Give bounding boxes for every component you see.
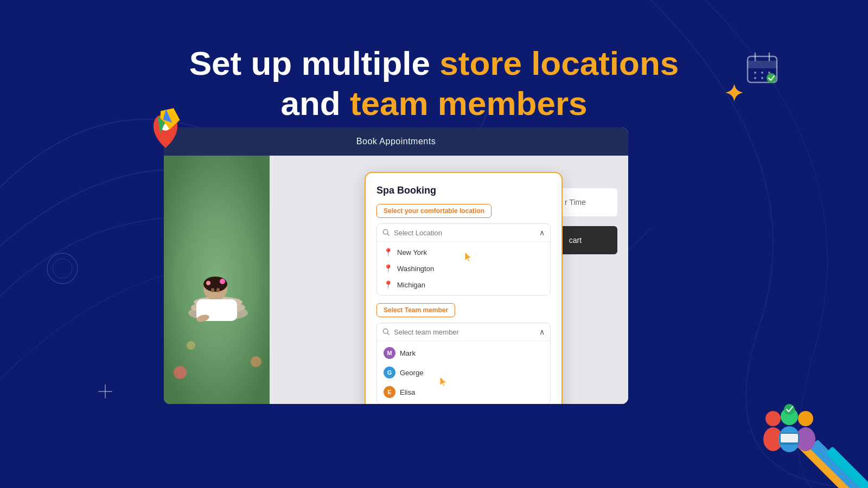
star-decoration: ✦ bbox=[724, 80, 743, 107]
svg-point-14 bbox=[754, 77, 756, 79]
spa-image-background bbox=[164, 156, 270, 404]
booking-modal: Spa Booking Select your comfortable loca… bbox=[365, 172, 563, 404]
team-dropdown: ∧ M Mark G George E Elisa bbox=[376, 323, 551, 404]
location-item-washington[interactable]: 📍 Washington bbox=[377, 260, 550, 277]
team-item-elisa[interactable]: E Elisa bbox=[377, 382, 550, 402]
svg-point-16 bbox=[767, 73, 776, 83]
svg-point-44 bbox=[174, 366, 187, 379]
location-search-bar: ∧ bbox=[377, 224, 550, 242]
team-avatar-elisa: E bbox=[384, 386, 395, 398]
svg-point-46 bbox=[187, 341, 195, 350]
location-pin-washington: 📍 bbox=[384, 264, 393, 273]
team-label-elisa: Elisa bbox=[400, 388, 415, 396]
plus-decoration bbox=[97, 383, 114, 404]
team-illustration bbox=[757, 396, 816, 455]
location-pin-michigan: 📍 bbox=[384, 280, 393, 289]
card-inner: r Time cart Spa Booking Select your comf… bbox=[164, 156, 628, 404]
svg-rect-27 bbox=[781, 434, 798, 442]
svg-point-23 bbox=[798, 411, 813, 426]
location-dropdown: ∧ 📍 New York 📍 Washington 📍 bbox=[376, 223, 551, 296]
location-search-icon bbox=[382, 229, 390, 236]
main-card: Book Appointments bbox=[164, 127, 628, 404]
svg-point-42 bbox=[211, 288, 214, 292]
svg-point-0 bbox=[47, 253, 78, 284]
team-list: M Mark G George E Elisa bbox=[377, 341, 550, 404]
svg-point-45 bbox=[251, 356, 261, 367]
svg-line-48 bbox=[387, 234, 389, 235]
svg-point-39 bbox=[206, 281, 210, 285]
team-label-george: George bbox=[400, 369, 423, 377]
map-pin-icon bbox=[144, 106, 193, 155]
svg-point-1 bbox=[53, 259, 72, 278]
location-item-newyork[interactable]: 📍 New York bbox=[377, 244, 550, 260]
modal-title: Spa Booking bbox=[376, 185, 551, 196]
spa-image-panel bbox=[164, 156, 270, 404]
location-pin-newyork: 📍 bbox=[384, 248, 393, 256]
location-label-michigan: Michigan bbox=[397, 281, 425, 289]
svg-point-25 bbox=[784, 404, 795, 415]
svg-point-12 bbox=[761, 72, 763, 74]
calendar-icon bbox=[743, 49, 781, 89]
location-chevron-icon[interactable]: ∧ bbox=[539, 228, 545, 237]
svg-point-43 bbox=[216, 288, 220, 292]
location-label-newyork: New York bbox=[397, 248, 427, 256]
team-section-button[interactable]: Select Team member bbox=[376, 303, 455, 317]
location-label-washington: Washington bbox=[397, 265, 434, 273]
team-avatar-mark: M bbox=[384, 347, 395, 359]
heading-line1-orange: store locations bbox=[439, 44, 679, 82]
cart-button-label: cart bbox=[569, 236, 582, 245]
svg-point-15 bbox=[761, 77, 763, 79]
team-search-icon bbox=[382, 328, 390, 336]
location-item-michigan[interactable]: 📍 Michigan bbox=[377, 277, 550, 293]
book-header-label: Book Appointments bbox=[356, 137, 436, 146]
team-chevron-icon[interactable]: ∧ bbox=[539, 328, 545, 336]
team-item-george[interactable]: G George bbox=[377, 363, 550, 382]
location-section-button[interactable]: Select your comfortable location bbox=[376, 204, 492, 218]
svg-line-50 bbox=[387, 333, 389, 335]
heading-line2-orange: team members bbox=[350, 85, 588, 122]
svg-point-11 bbox=[754, 72, 756, 74]
heading-line1-white: Set up multiple bbox=[189, 44, 440, 82]
location-list: 📍 New York 📍 Washington 📍 Michigan bbox=[377, 242, 550, 295]
svg-rect-8 bbox=[748, 61, 777, 68]
team-search-input[interactable] bbox=[394, 328, 535, 336]
location-search-input[interactable] bbox=[394, 229, 535, 237]
time-picker-label: r Time bbox=[565, 198, 586, 207]
team-item-mark[interactable]: M Mark bbox=[377, 343, 550, 363]
team-search-bar: ∧ bbox=[377, 323, 550, 341]
team-avatar-george: G bbox=[384, 367, 395, 378]
heading-line2-white: and bbox=[280, 85, 349, 122]
book-header-bar: Book Appointments bbox=[164, 127, 628, 156]
team-label-mark: Mark bbox=[400, 349, 416, 357]
card-right-panel: r Time cart Spa Booking Select your comf… bbox=[270, 156, 628, 404]
svg-point-19 bbox=[765, 411, 781, 426]
svg-point-38 bbox=[220, 279, 225, 284]
